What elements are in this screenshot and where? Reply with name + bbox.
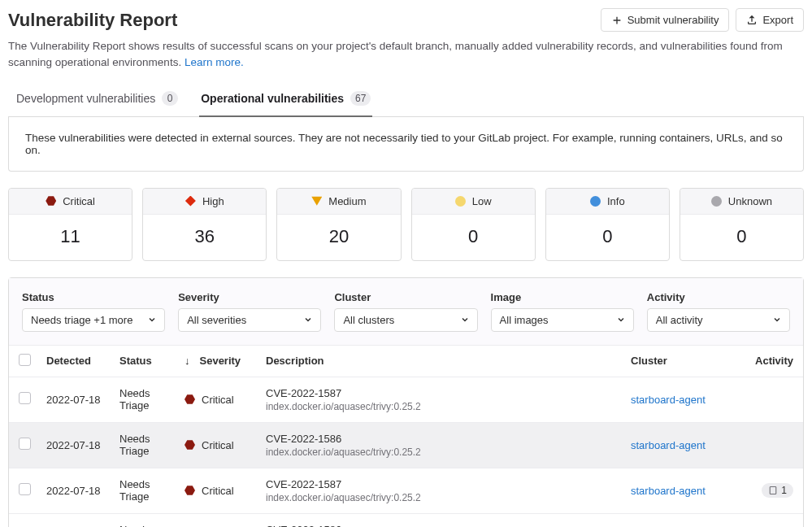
submit-vulnerability-label: Submit vulnerability bbox=[627, 14, 719, 26]
row-image: index.docker.io/aquasec/trivy:0.25.2 bbox=[266, 401, 631, 412]
severity-count: 20 bbox=[277, 215, 400, 260]
severity-count: 36 bbox=[143, 215, 266, 260]
intro-body: The Vulnerability Report shows results o… bbox=[8, 40, 783, 68]
issue-icon bbox=[768, 486, 778, 495]
tab-count-badge: 0 bbox=[162, 91, 178, 106]
tab-development-vulnerabilities[interactable]: Development vulnerabilities0 bbox=[15, 83, 180, 117]
row-cve[interactable]: CVE-2022-1586 bbox=[266, 433, 631, 445]
row-status: NeedsTriage bbox=[119, 433, 185, 457]
row-detected: 2022-07-18 bbox=[46, 439, 119, 451]
col-description[interactable]: Description bbox=[266, 355, 631, 367]
chevron-down-icon bbox=[461, 316, 469, 324]
chevron-down-icon bbox=[773, 316, 781, 324]
export-icon bbox=[746, 15, 758, 26]
sev-critical-icon bbox=[185, 486, 195, 496]
row-image: index.docker.io/aquasec/trivy:0.25.2 bbox=[266, 492, 631, 503]
col-status[interactable]: Status bbox=[119, 355, 185, 367]
sev-low-icon bbox=[455, 196, 466, 207]
severity-count: 11 bbox=[9, 215, 132, 260]
table-row[interactable]: 2022-07-18NeedsTriageCriticalCVE-2022-15… bbox=[9, 514, 803, 528]
row-checkbox[interactable] bbox=[19, 483, 31, 495]
severity-card-unknown[interactable]: Unknown0 bbox=[680, 188, 804, 261]
sev-critical-icon bbox=[185, 440, 195, 451]
row-cve[interactable]: CVE-2022-1587 bbox=[266, 387, 631, 399]
severity-card-medium[interactable]: Medium20 bbox=[276, 188, 401, 261]
col-activity[interactable]: Activity bbox=[745, 355, 793, 367]
table-row[interactable]: 2022-07-18NeedsTriageCriticalCVE-2022-15… bbox=[9, 423, 803, 468]
learn-more-link[interactable]: Learn more. bbox=[185, 56, 244, 68]
filter-dropdown-severity[interactable]: All severities bbox=[178, 308, 321, 332]
sev-info-icon bbox=[590, 196, 601, 207]
severity-card-low[interactable]: Low0 bbox=[411, 188, 536, 261]
chevron-down-icon bbox=[148, 316, 156, 324]
filter-dropdown-status[interactable]: Needs triage +1 more bbox=[22, 308, 165, 332]
row-cluster-link[interactable]: starboard-agent bbox=[631, 439, 706, 451]
table-row[interactable]: 2022-07-18NeedsTriageCriticalCVE-2022-15… bbox=[9, 468, 803, 514]
severity-card-high[interactable]: High36 bbox=[142, 188, 267, 261]
select-all-checkbox[interactable] bbox=[19, 354, 31, 366]
row-severity: Critical bbox=[185, 439, 266, 451]
row-status: NeedsTriage bbox=[119, 387, 185, 412]
filter-label-activity: Activity bbox=[647, 291, 790, 303]
filter-dropdown-image[interactable]: All images bbox=[491, 308, 634, 332]
row-image: index.docker.io/aquasec/trivy:0.25.2 bbox=[266, 446, 631, 458]
intro-text: The Vulnerability Report shows results o… bbox=[8, 38, 804, 72]
row-cve[interactable]: CVE-2022-1586 bbox=[266, 524, 631, 528]
filter-label-cluster: Cluster bbox=[334, 291, 477, 303]
svg-rect-0 bbox=[771, 487, 777, 494]
severity-count: 0 bbox=[412, 215, 535, 260]
filter-label-severity: Severity bbox=[178, 291, 321, 303]
row-status: NeedsTriage bbox=[119, 478, 185, 503]
severity-card-critical[interactable]: Critical11 bbox=[8, 188, 132, 261]
chevron-down-icon bbox=[304, 316, 312, 324]
export-label: Export bbox=[762, 14, 793, 26]
row-severity: Critical bbox=[185, 394, 266, 406]
plus-icon bbox=[611, 15, 623, 26]
tab-operational-vulnerabilities[interactable]: Operational vulnerabilities67 bbox=[199, 83, 372, 117]
sev-unknown-icon bbox=[711, 196, 722, 207]
panel-description: These vulnerabilities were detected in e… bbox=[9, 117, 803, 171]
row-detected: 2022-07-18 bbox=[46, 485, 119, 497]
sev-critical-icon bbox=[185, 394, 195, 405]
sev-high-icon bbox=[185, 196, 196, 207]
row-checkbox[interactable] bbox=[19, 438, 31, 450]
filter-dropdown-cluster[interactable]: All clusters bbox=[334, 308, 477, 332]
activity-badge[interactable]: 1 bbox=[762, 483, 793, 498]
severity-count: 0 bbox=[680, 215, 803, 260]
page-title: Vulnerability Report bbox=[8, 10, 177, 31]
submit-vulnerability-button[interactable]: Submit vulnerability bbox=[601, 8, 730, 32]
filter-label-status: Status bbox=[22, 291, 165, 303]
severity-count: 0 bbox=[546, 215, 669, 260]
sev-medium-icon bbox=[311, 196, 322, 207]
col-cluster[interactable]: Cluster bbox=[631, 355, 745, 367]
row-cve[interactable]: CVE-2022-1587 bbox=[266, 478, 631, 490]
row-severity: Critical bbox=[185, 485, 266, 497]
filter-dropdown-activity[interactable]: All activity bbox=[647, 308, 790, 332]
tab-count-badge: 67 bbox=[350, 91, 371, 106]
severity-card-info[interactable]: Info0 bbox=[545, 188, 670, 261]
sev-critical-icon bbox=[46, 196, 56, 207]
table-row[interactable]: 2022-07-18NeedsTriageCriticalCVE-2022-15… bbox=[9, 377, 803, 423]
row-cluster-link[interactable]: starboard-agent bbox=[631, 485, 706, 497]
export-button[interactable]: Export bbox=[736, 8, 804, 32]
col-severity[interactable]: ↓Severity bbox=[185, 355, 266, 367]
col-detected[interactable]: Detected bbox=[46, 355, 119, 367]
row-checkbox[interactable] bbox=[19, 392, 31, 404]
row-status: NeedsTriage bbox=[119, 524, 185, 527]
chevron-down-icon bbox=[617, 316, 625, 324]
filter-label-image: Image bbox=[491, 291, 634, 303]
row-cluster-link[interactable]: starboard-agent bbox=[631, 394, 706, 406]
sort-down-icon: ↓ bbox=[185, 355, 190, 367]
row-detected: 2022-07-18 bbox=[46, 394, 119, 406]
